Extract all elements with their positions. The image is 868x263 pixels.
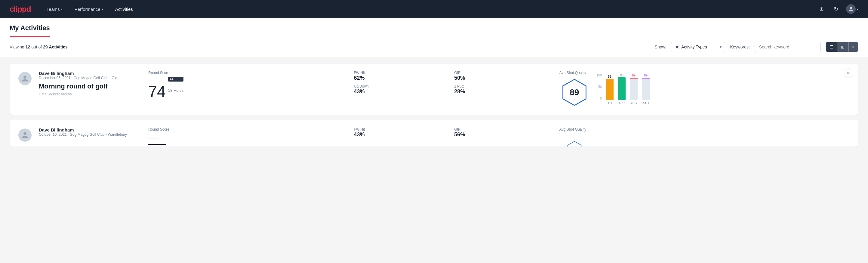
gir-stat: GIR 50% bbox=[454, 71, 548, 81]
card-stats-2: Round Score — FW Hit 43% GIR 56% bbox=[148, 127, 850, 147]
viewing-text: Viewing 12 out of 29 Activities bbox=[10, 45, 648, 49]
round-score-section: Round Score 74 +4 18 Holes bbox=[148, 71, 342, 108]
edit-icon: ✏ bbox=[847, 71, 850, 76]
nav-teams[interactable]: Teams ▾ bbox=[45, 4, 64, 14]
bar-ott bbox=[606, 79, 614, 100]
viewing-count: 12 bbox=[26, 45, 30, 49]
mini-stats-grid-2: FW Hit 43% GIR 56% bbox=[354, 127, 547, 138]
activities-list: Dave Billingham December 05, 2021 · Gog … bbox=[0, 57, 868, 158]
activity-type-dropdown[interactable]: All Activity Types bbox=[671, 42, 725, 52]
navbar: clippd Teams ▾ Performance ▾ Activities … bbox=[0, 0, 868, 18]
x-label-ott: OTT bbox=[606, 101, 614, 105]
mini-stats-grid: FW Hit 62% GIR 50% Up/Down 43% 1 Putt 28… bbox=[354, 71, 547, 95]
fw-hit-stat-2: FW Hit 43% bbox=[354, 127, 447, 138]
activity-card: Dave Billingham December 05, 2021 · Gog … bbox=[10, 63, 858, 115]
card-date: December 05, 2021 · Gog Magog Golf Club … bbox=[39, 76, 141, 80]
view-toggle: ☰ ⊞ ≡ bbox=[826, 42, 858, 52]
updown-stat: Up/Down 43% bbox=[354, 84, 447, 95]
fw-hit-value-2: 43% bbox=[354, 132, 447, 138]
card-left-2: Dave Billingham October 16, 2021 · Gog M… bbox=[39, 127, 141, 139]
logo[interactable]: clippd bbox=[10, 4, 31, 14]
bar-label-putt-value: 89 bbox=[644, 74, 648, 77]
viewing-prefix: Viewing bbox=[10, 45, 24, 49]
refresh-icon[interactable]: ↻ bbox=[832, 5, 840, 13]
avg-shot-label-2: Avg Shot Quality bbox=[559, 127, 589, 132]
score-number-2: — bbox=[148, 133, 166, 145]
show-label: Show: bbox=[655, 45, 666, 49]
round-score-display-2: — bbox=[148, 133, 342, 145]
nav-activities-label: Activities bbox=[115, 7, 133, 12]
grid-view-button[interactable]: ⊞ bbox=[837, 42, 848, 52]
nav-right: ⊕ ↻ ▾ bbox=[817, 4, 858, 14]
filter-bar: Viewing 12 out of 29 Activities Show: Al… bbox=[0, 37, 868, 57]
nav-activities[interactable]: Activities bbox=[114, 4, 134, 14]
viewing-suffix: Activities bbox=[49, 45, 68, 49]
gir-value-2: 56% bbox=[454, 132, 548, 138]
card-left: Dave Billingham December 05, 2021 · Gog … bbox=[39, 71, 141, 96]
performance-chevron-icon: ▾ bbox=[102, 7, 103, 11]
updown-value: 43% bbox=[354, 88, 447, 95]
gir-value: 50% bbox=[454, 75, 548, 81]
card-user-name: Dave Billingham bbox=[39, 71, 141, 76]
avg-shot-section-2: Avg Shot Quality 94 bbox=[559, 127, 850, 147]
fw-hit-value: 62% bbox=[354, 75, 447, 81]
bar-putt bbox=[642, 78, 650, 100]
bar-group-putt: 89 bbox=[642, 74, 650, 100]
list-view-button[interactable]: ☰ bbox=[826, 42, 837, 52]
round-score-label: Round Score bbox=[148, 71, 342, 75]
search-input[interactable] bbox=[754, 42, 821, 52]
bar-group-app: 90 bbox=[618, 73, 626, 100]
mini-stats-section: FW Hit 62% GIR 50% Up/Down 43% 1 Putt 28… bbox=[354, 71, 547, 108]
bar-x-labels: OTT APP ARG PUTT bbox=[606, 101, 850, 105]
teams-chevron-icon: ▾ bbox=[61, 7, 63, 11]
card-activity-title: Morning round of golf bbox=[39, 83, 141, 90]
mini-stats-section-2: FW Hit 43% GIR 56% bbox=[354, 127, 547, 147]
bar-group-arg: 89 bbox=[630, 74, 638, 100]
x-label-arg: ARG bbox=[630, 101, 638, 105]
bar-chart-area: 100 50 0 85 90 bbox=[597, 74, 850, 105]
bar-group-ott: 85 bbox=[606, 75, 614, 100]
nav-performance-label: Performance bbox=[74, 7, 100, 12]
bar-app bbox=[618, 77, 626, 100]
viewing-middle: out of bbox=[31, 45, 42, 49]
fw-hit-label-2: FW Hit bbox=[354, 127, 447, 132]
viewing-total: 29 bbox=[43, 45, 48, 49]
card-user-name-2: Dave Billingham bbox=[39, 127, 141, 133]
card-date-2: October 16, 2021 · Gog Magog Golf Club -… bbox=[39, 133, 141, 137]
fw-hit-stat: FW Hit 62% bbox=[354, 71, 447, 81]
avg-shot-value: 89 bbox=[570, 88, 579, 97]
page-header: My Activities bbox=[0, 18, 868, 37]
nav-performance[interactable]: Performance ▾ bbox=[73, 4, 104, 14]
add-icon[interactable]: ⊕ bbox=[817, 5, 826, 13]
one-putt-label: 1 Putt bbox=[454, 84, 548, 88]
card-stats: Round Score 74 +4 18 Holes FW Hit 62% bbox=[148, 71, 850, 108]
activity-type-dropdown-wrapper: All Activity Types bbox=[671, 42, 725, 52]
x-label-putt: PUTT bbox=[642, 101, 650, 105]
compact-view-button[interactable]: ≡ bbox=[848, 42, 858, 52]
bar-arg-top bbox=[630, 78, 638, 79]
gir-stat-2: GIR 56% bbox=[454, 127, 548, 138]
one-putt-stat: 1 Putt 28% bbox=[454, 84, 548, 95]
grid-icon: ⊞ bbox=[841, 45, 844, 49]
y-label-0: 0 bbox=[600, 97, 602, 100]
hex-icon-2 bbox=[566, 141, 583, 147]
page-title: My Activities bbox=[10, 18, 50, 37]
edit-button[interactable]: ✏ bbox=[844, 68, 853, 78]
updown-label: Up/Down bbox=[354, 84, 447, 88]
round-score-section-2: Round Score — bbox=[148, 127, 342, 147]
x-label-app: APP bbox=[618, 101, 626, 105]
user-icon bbox=[848, 6, 854, 12]
card-data-source: Data Source: Arccos bbox=[39, 92, 141, 96]
user-menu-button[interactable]: ▾ bbox=[846, 4, 858, 14]
user-avatar-icon bbox=[21, 75, 29, 82]
gir-label: GIR bbox=[454, 71, 548, 75]
avg-shot-content: Avg Shot Quality 89 bbox=[559, 71, 589, 108]
bar-putt-top bbox=[642, 78, 650, 79]
chart-y-axis: 100 50 0 bbox=[597, 74, 603, 100]
bar-chart: 85 90 89 bbox=[606, 74, 850, 100]
round-score-label-2: Round Score bbox=[148, 127, 342, 132]
bar-label-ott-value: 85 bbox=[608, 75, 612, 78]
svg-marker-1 bbox=[567, 141, 581, 147]
hex-display: 89 bbox=[559, 77, 589, 108]
user-avatar-icon-2 bbox=[21, 132, 29, 139]
